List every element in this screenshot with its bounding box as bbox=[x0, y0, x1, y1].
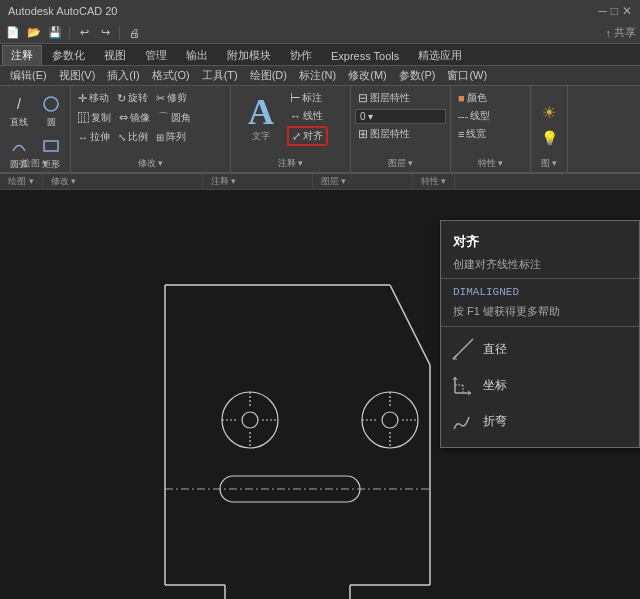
tab-annotation[interactable]: 注释 bbox=[2, 45, 42, 65]
tab-express-tools[interactable]: Express Tools bbox=[322, 45, 408, 65]
move-btn[interactable]: ✛ 移动 bbox=[75, 90, 112, 106]
menu-window[interactable]: 窗口(W) bbox=[441, 67, 493, 84]
aligned-dim-btn[interactable]: ⤢ 对齐 bbox=[287, 126, 328, 146]
annotation-section: A 文字 ⊢ 标注 ↔ 线性 ⤢ 对齐 注释 ▾ bbox=[231, 86, 351, 172]
annotation-section-label: 注释 ▾ bbox=[231, 157, 350, 170]
trim-btn[interactable]: ✂ 修剪 bbox=[153, 90, 190, 106]
lamp-icon-btn[interactable]: 💡 bbox=[535, 128, 563, 148]
save-btn[interactable]: 💾 bbox=[46, 24, 64, 42]
modify-section-label: 修改 ▾ bbox=[71, 157, 230, 170]
move-icon: ✛ bbox=[78, 92, 87, 105]
layer-section-label: 图层 ▾ bbox=[351, 157, 450, 170]
properties-section-label: 特性 ▾ bbox=[451, 157, 530, 170]
fillet-icon: ⌒ bbox=[158, 110, 169, 125]
arc-icon bbox=[7, 134, 31, 158]
jogged-section[interactable]: 折弯 bbox=[441, 403, 639, 439]
aligned-dim-icon: ⤢ bbox=[292, 130, 301, 143]
menu-view[interactable]: 视图(V) bbox=[53, 67, 102, 84]
lineweight-icon: ≡ bbox=[458, 128, 464, 140]
dim-icon: ⊢ bbox=[290, 91, 300, 105]
circle-icon bbox=[39, 92, 63, 116]
layer-section: ⊟ 图层特性 0 ▾ ⊞ 图层特性 图层 ▾ bbox=[351, 86, 451, 172]
redo-btn[interactable]: ↪ bbox=[96, 24, 114, 42]
array-btn[interactable]: ⊞ 阵列 bbox=[153, 129, 189, 145]
circle-label: 圆 bbox=[47, 116, 56, 129]
trim-icon: ✂ bbox=[156, 92, 165, 105]
draw-section-label: 绘图 ▾ bbox=[0, 157, 70, 170]
fillet-btn[interactable]: ⌒ 圆角 bbox=[155, 109, 194, 126]
plot-btn[interactable]: 🖨 bbox=[125, 24, 143, 42]
tab-parametric[interactable]: 参数化 bbox=[43, 45, 94, 65]
new-btn[interactable]: 📄 bbox=[4, 24, 22, 42]
maximize-btn[interactable]: □ bbox=[611, 4, 618, 18]
linear-icon: ↔ bbox=[290, 110, 301, 122]
canvas-area[interactable]: 31 对齐 创建对齐线性标注 DIMALIGNED 按 F1 键获得更多帮助 直… bbox=[0, 190, 640, 599]
modify-row-2: ⿲ 复制 ⇔ 镜像 ⌒ 圆角 bbox=[75, 109, 226, 126]
tab-manage[interactable]: 管理 bbox=[136, 45, 176, 65]
tooltip-subtitle: 创建对齐线性标注 bbox=[441, 255, 639, 274]
tab-addons[interactable]: 附加模块 bbox=[218, 45, 280, 65]
title-bar: Autodesk AutoCAD 20 ─ □ ✕ bbox=[0, 0, 640, 22]
quick-access-toolbar: 📄 📂 💾 ↩ ↪ 🖨 ↑ 共享 bbox=[0, 22, 640, 44]
text-large-btn[interactable]: A 文字 bbox=[235, 90, 287, 158]
menu-format[interactable]: 格式(O) bbox=[146, 67, 196, 84]
undo-btn[interactable]: ↩ bbox=[75, 24, 93, 42]
color-btn[interactable]: ■ 颜色 bbox=[455, 90, 526, 106]
layer-props-label: 图层特性 bbox=[370, 91, 410, 105]
separator2 bbox=[119, 26, 120, 40]
copy-icon: ⿲ bbox=[78, 112, 89, 124]
svg-rect-1 bbox=[44, 141, 58, 151]
dim-label: 标注 bbox=[302, 91, 322, 105]
layer-feature-btn[interactable]: ⊞ 图层特性 bbox=[355, 126, 446, 142]
scale-btn[interactable]: ⤡ 比例 bbox=[115, 129, 151, 145]
modify-row-3: ↔ 拉伸 ⤡ 比例 ⊞ 阵列 bbox=[75, 129, 226, 145]
move-label: 移动 bbox=[89, 91, 109, 105]
linetype-btn[interactable]: --- 线型 bbox=[455, 108, 526, 124]
dimension-btn[interactable]: ⊢ 标注 bbox=[287, 90, 328, 106]
minimize-btn[interactable]: ─ bbox=[598, 4, 607, 18]
mirror-btn[interactable]: ⇔ 镜像 bbox=[116, 109, 153, 126]
tab-collaborate[interactable]: 协作 bbox=[281, 45, 321, 65]
tab-output[interactable]: 输出 bbox=[177, 45, 217, 65]
linear-dim-btn[interactable]: ↔ 线性 bbox=[287, 108, 328, 124]
draw-row-1: / 直线 圆 bbox=[4, 90, 66, 131]
layer-props-btn[interactable]: ⊟ 图层特性 bbox=[355, 90, 446, 106]
rotate-btn[interactable]: ↻ 旋转 bbox=[114, 90, 151, 106]
scale-icon: ⤡ bbox=[118, 132, 126, 143]
diameter-section[interactable]: 直径 bbox=[441, 331, 639, 367]
title-text: Autodesk AutoCAD 20 bbox=[8, 5, 117, 17]
menu-insert[interactable]: 插入(I) bbox=[101, 67, 145, 84]
diameter-icon bbox=[449, 335, 477, 363]
close-btn[interactable]: ✕ bbox=[622, 4, 632, 18]
sun-icon: ☀ bbox=[542, 103, 556, 122]
stretch-btn[interactable]: ↔ 拉伸 bbox=[75, 129, 113, 145]
sun-icon-btn[interactable]: ☀ bbox=[535, 101, 563, 124]
layer-selector[interactable]: 0 ▾ bbox=[355, 109, 446, 124]
lineweight-btn[interactable]: ≡ 线宽 bbox=[455, 126, 526, 142]
modify-row-1: ✛ 移动 ↻ 旋转 ✂ 修剪 bbox=[75, 90, 226, 106]
menu-bar: 编辑(E) 视图(V) 插入(I) 格式(O) 工具(T) 绘图(D) 标注(N… bbox=[0, 66, 640, 86]
copy-btn[interactable]: ⿲ 复制 bbox=[75, 109, 114, 126]
tab-view[interactable]: 视图 bbox=[95, 45, 135, 65]
ribbon-tab-row: 注释 参数化 视图 管理 输出 附加模块 协作 Express Tools 精选… bbox=[0, 44, 640, 66]
rotate-label: 旋转 bbox=[128, 91, 148, 105]
menu-tools[interactable]: 工具(T) bbox=[196, 67, 244, 84]
linetype-icon: --- bbox=[458, 111, 468, 122]
menu-modify[interactable]: 修改(M) bbox=[342, 67, 393, 84]
draw-panel-label: 绘图 ▾ bbox=[0, 174, 43, 189]
circle-btn[interactable]: 圆 bbox=[36, 90, 66, 131]
line-btn[interactable]: / 直线 bbox=[4, 90, 34, 131]
color-icon: ■ bbox=[458, 92, 465, 104]
modify-section: ✛ 移动 ↻ 旋转 ✂ 修剪 ⿲ 复制 ⇔ 镜像 ⌒ 圆角 bbox=[71, 86, 231, 172]
tab-featured[interactable]: 精选应用 bbox=[409, 45, 471, 65]
menu-params[interactable]: 参数(P) bbox=[393, 67, 442, 84]
color-label: 颜色 bbox=[467, 91, 487, 105]
draw-section: / 直线 圆 圆弧 矩形 bbox=[0, 86, 71, 172]
aligned-dim-label: 对齐 bbox=[303, 129, 323, 143]
open-btn[interactable]: 📂 bbox=[25, 24, 43, 42]
coordinate-section[interactable]: 坐标 bbox=[441, 367, 639, 403]
array-label: 阵列 bbox=[166, 130, 186, 144]
menu-edit[interactable]: 编辑(E) bbox=[4, 67, 53, 84]
menu-dimension[interactable]: 标注(N) bbox=[293, 67, 342, 84]
menu-draw[interactable]: 绘图(D) bbox=[244, 67, 293, 84]
